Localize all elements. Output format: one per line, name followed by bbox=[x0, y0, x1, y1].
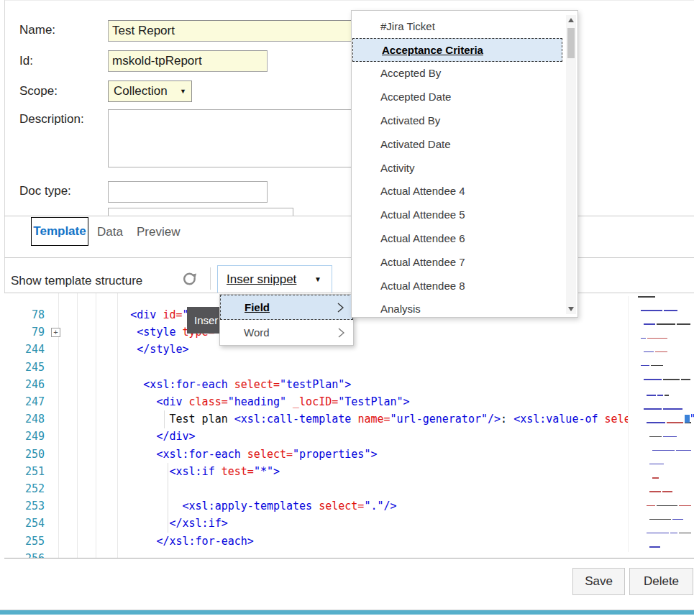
insert-snippet-menu: Field Word bbox=[219, 294, 354, 346]
refresh-icon[interactable] bbox=[181, 271, 198, 288]
field-list-item-label: Actual Attendee 6 bbox=[380, 232, 465, 244]
field-list-item-label: Actual Attendee 8 bbox=[380, 280, 465, 292]
code-line: 247 <div class="heading" _locID="TestPla… bbox=[13, 393, 694, 410]
line-number: 245 bbox=[13, 361, 45, 374]
description-label: Description: bbox=[19, 112, 84, 127]
field-list-item[interactable]: Activity bbox=[352, 156, 562, 180]
field-list-item-label: #Jira Ticket bbox=[380, 20, 435, 32]
line-number: 256 bbox=[13, 552, 45, 558]
doc-type-label: Doc type: bbox=[19, 184, 71, 198]
id-label: Id: bbox=[19, 54, 33, 68]
code-line: 251 <xsl:if test="*"> bbox=[13, 463, 694, 480]
chevron-right-icon bbox=[337, 303, 344, 313]
scroll-up-icon[interactable] bbox=[568, 18, 574, 22]
line-number: 247 bbox=[13, 395, 45, 408]
template-editor-page: Name: Id: Scope: Collection ▼ Descriptio… bbox=[0, 0, 694, 616]
code-line: 250 <xsl:for-each select="properties"> bbox=[13, 446, 694, 463]
menu-item-word[interactable]: Word bbox=[220, 320, 353, 345]
field-dropdown-list: #Jira TicketAcceptance CriteriaAccepted … bbox=[351, 10, 578, 318]
field-list-item-label: Activated Date bbox=[380, 138, 451, 150]
id-input[interactable] bbox=[108, 50, 268, 72]
toolbar-separator bbox=[210, 267, 211, 290]
scope-label: Scope: bbox=[19, 84, 58, 98]
field-list-scrollbar[interactable] bbox=[566, 15, 576, 314]
line-number: 249 bbox=[13, 430, 45, 443]
code-line: 245 bbox=[13, 359, 694, 376]
code-line: 248 Test plan <xsl:call-template name="u… bbox=[13, 410, 694, 428]
doc-type-input[interactable] bbox=[108, 181, 268, 203]
tab-data[interactable]: Data bbox=[97, 225, 123, 239]
line-number: 250 bbox=[13, 448, 45, 461]
save-button[interactable]: Save bbox=[572, 568, 625, 595]
scope-select[interactable]: Collection ▼ bbox=[108, 81, 192, 102]
field-list-item-label: Actual Attendee 7 bbox=[380, 256, 465, 268]
bottom-accent-bar bbox=[0, 610, 694, 615]
line-number: 255 bbox=[13, 535, 45, 548]
panel-top-border bbox=[4, 0, 694, 1]
form-section-divider bbox=[4, 216, 694, 216]
tab-template[interactable]: Template bbox=[31, 217, 88, 246]
chevron-right-icon bbox=[338, 328, 344, 338]
code-line: 252 bbox=[13, 480, 694, 497]
line-number: 251 bbox=[13, 465, 45, 478]
code-line: 254 </xsl:if> bbox=[13, 515, 694, 532]
show-template-structure-label: Show template structure bbox=[11, 274, 142, 288]
menu-item-word-label: Word bbox=[244, 326, 270, 339]
scope-selected-value: Collection bbox=[114, 84, 168, 98]
field-list-item-label: Analysis bbox=[380, 303, 421, 315]
scrollbar-thumb[interactable] bbox=[567, 28, 575, 58]
field-list-item[interactable]: #Jira Ticket bbox=[352, 14, 562, 38]
code-line: 249 </div> bbox=[13, 428, 694, 445]
line-number: 244 bbox=[13, 343, 45, 356]
tab-template-label: Template bbox=[33, 224, 86, 239]
line-number: 248 bbox=[13, 413, 45, 426]
line-number: 252 bbox=[13, 482, 45, 495]
insert-snippet-button[interactable]: Inser snippet ▼ bbox=[217, 265, 332, 293]
field-list-item[interactable]: Actual Attendee 7 bbox=[352, 250, 562, 274]
name-label: Name: bbox=[19, 23, 55, 37]
code-line: 255 </xsl:for-each> bbox=[13, 532, 694, 549]
field-list-item-label: Accepted Date bbox=[380, 91, 451, 103]
code-line: 253 <xsl:apply-templates select="."/> bbox=[13, 497, 694, 515]
code-line: 256 bbox=[13, 550, 694, 558]
field-list-item[interactable]: Actual Attendee 5 bbox=[352, 203, 562, 226]
menu-item-field[interactable]: Field bbox=[220, 295, 353, 320]
line-number: 254 bbox=[13, 517, 45, 530]
field-list-item[interactable]: Analysis bbox=[352, 298, 562, 318]
field-list-item[interactable]: Accepted By bbox=[352, 62, 562, 86]
field-list-item[interactable]: Actual Attendee 6 bbox=[352, 226, 562, 250]
field-list-item-label: Accepted By bbox=[380, 67, 441, 79]
tab-preview[interactable]: Preview bbox=[137, 225, 180, 239]
tabbar-divider bbox=[4, 257, 694, 258]
code-line: 246 <xsl:for-each select="testPlan"> bbox=[13, 376, 694, 393]
minimap-scroll-marker[interactable] bbox=[685, 415, 690, 423]
field-list-item[interactable]: Actual Attendee 4 bbox=[352, 180, 562, 203]
field-list-item-label: Actual Attendee 4 bbox=[380, 185, 465, 197]
line-number: 79 bbox=[13, 326, 45, 339]
field-list-item-label: Actual Attendee 5 bbox=[380, 208, 465, 221]
editor-bottom-border bbox=[4, 558, 694, 558]
field-list-item[interactable]: Activated By bbox=[352, 109, 562, 132]
scroll-down-icon[interactable] bbox=[568, 307, 574, 311]
field-list-item[interactable]: Activated Date bbox=[352, 132, 562, 156]
code-minimap[interactable] bbox=[628, 296, 691, 552]
line-number: 246 bbox=[13, 378, 45, 391]
field-list-item-label: Acceptance Criteria bbox=[382, 44, 483, 56]
line-number: 78 bbox=[13, 308, 45, 321]
field-list-item[interactable]: Acceptance Criteria bbox=[352, 38, 562, 62]
field-list-item[interactable]: Accepted Date bbox=[352, 85, 562, 109]
insert-snippet-label: Inser snippet bbox=[227, 272, 296, 287]
field-list-item-label: Activity bbox=[380, 162, 415, 174]
chevron-down-icon: ▼ bbox=[314, 276, 321, 283]
fold-expand-icon[interactable]: + bbox=[51, 328, 60, 337]
chevron-down-icon: ▼ bbox=[180, 88, 186, 95]
line-number: 253 bbox=[13, 500, 45, 512]
delete-button[interactable]: Delete bbox=[629, 568, 693, 595]
field-list-item-label: Activated By bbox=[380, 114, 440, 127]
menu-item-field-label: Field bbox=[245, 301, 270, 313]
field-dropdown-items: #Jira TicketAcceptance CriteriaAccepted … bbox=[352, 14, 562, 318]
field-list-item[interactable]: Actual Attendee 8 bbox=[352, 274, 562, 298]
